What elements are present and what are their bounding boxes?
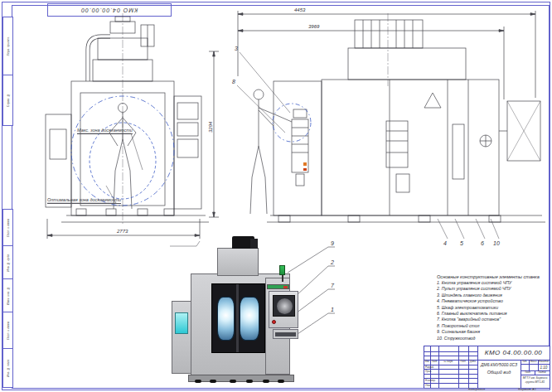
tb-designation: КМО 04.00.00.00	[477, 349, 550, 356]
emergency-stop-button	[272, 320, 276, 324]
render-cap-box	[250, 239, 258, 249]
callout-5: 5	[460, 240, 463, 246]
tb-lit-label: Лит.	[521, 361, 529, 363]
dimension-inner	[238, 27, 504, 99]
tb-line	[424, 383, 477, 384]
callout-1: 1	[331, 307, 334, 312]
tb-line	[468, 346, 469, 388]
tb-doc-title: Общий вид	[477, 370, 521, 375]
render-foot	[246, 380, 253, 383]
components-title: Основные конструктивные элементы станка	[437, 274, 550, 279]
render-brand-red	[283, 286, 288, 288]
copied-label: Копировал	[468, 387, 485, 391]
keyboard-keys	[275, 332, 296, 336]
component-item: 1. Кнопка управления системой ЧПУ	[437, 280, 550, 286]
drawing-sheet: Перв. примен. Справ. № Подп. и дата Инв.…	[0, 0, 552, 392]
render-foot	[230, 380, 236, 383]
tb-line	[424, 369, 477, 370]
component-item: 8. Поворотный стол	[437, 323, 550, 329]
render-door-window-left	[217, 297, 235, 341]
format-label: Формат A1	[518, 387, 536, 391]
max-reach-label: Макс. зона досягаемости	[77, 128, 133, 134]
operator-side	[250, 90, 292, 214]
control-panel-screen	[273, 295, 295, 317]
tb-row-approved: Утв.	[425, 384, 431, 387]
tb-line	[424, 351, 477, 352]
tb-col-podp: Подп.	[458, 361, 468, 363]
dim-height-text: 3294	[208, 121, 213, 133]
signal-tower-lamp	[279, 265, 285, 275]
dim-inner-width-text: 3969	[308, 24, 320, 29]
spindle-detail	[292, 109, 308, 186]
component-item: 5. Шкаф электроавтоматики	[437, 305, 550, 311]
tb-col-izm: Изм.	[424, 361, 430, 363]
tb-org-line1: МГТУ им. Баумана	[521, 376, 550, 380]
tb-scale-label: Масштаб	[538, 361, 550, 363]
render-side-window	[175, 312, 188, 334]
screen-dial	[277, 298, 293, 314]
dim-front-width-text: 2773	[116, 229, 128, 234]
component-item: 9. Сигнальная башня	[437, 329, 550, 335]
machine-3d-render	[170, 236, 312, 383]
render-door-window-right	[240, 297, 259, 341]
render-foot	[278, 380, 284, 383]
tb-line	[424, 356, 477, 356]
dim-overall-width-text: 4453	[294, 7, 306, 12]
callout-10: 10	[493, 240, 500, 246]
tb-line	[521, 375, 550, 375]
control-panel	[269, 291, 298, 328]
callout-8: 8	[232, 79, 235, 85]
tb-sheet-label: Лист	[521, 371, 535, 374]
component-item: 6. Главный выключатель питания	[437, 311, 550, 317]
render-brand-strip	[267, 284, 289, 289]
title-block: КМО 04.00.00.00 Изм. Лист № докум. Подп.…	[424, 346, 550, 389]
callout-2: 2	[330, 259, 334, 265]
tb-row-checked: Пров.	[425, 370, 432, 373]
tb-row-developed: Разраб.	[425, 365, 434, 369]
callout-3: 3	[235, 46, 238, 51]
render-top-column	[217, 248, 259, 276]
tb-line	[438, 346, 439, 388]
callout-9: 9	[331, 240, 334, 246]
callout-4: 4	[443, 240, 447, 246]
tb-col-docnum: № докум.	[438, 361, 458, 363]
optimal-reach-label: Оптимальная зона досягаемости	[47, 197, 121, 204]
tb-doc-code: ДМ6.КМУ5000.0СЗ	[477, 362, 521, 367]
render-door-split	[236, 284, 239, 352]
keyboard-shelf	[273, 329, 298, 339]
dimension-overall	[238, 11, 535, 98]
render-foot	[210, 380, 216, 383]
tb-col-list: Лист	[430, 361, 438, 363]
component-item: 7. Кнопка "аварийный останов"	[437, 317, 550, 322]
render-foot	[263, 380, 269, 383]
component-item: 4. Пневматическое устройство	[437, 298, 550, 304]
component-item: 10. Стружкоотвод	[437, 336, 550, 341]
callout-7: 7	[331, 283, 335, 288]
tb-mass-label: Масса	[529, 361, 538, 363]
component-item: 3. Шпиндель главного движения	[437, 293, 550, 298]
components-list: Основные конструктивные элементы станка …	[437, 274, 550, 341]
tb-line	[458, 346, 459, 388]
dimension-height	[209, 51, 219, 217]
render-foot	[195, 380, 201, 383]
component-item: 2. Пульт управления системой ЧПУ	[437, 286, 550, 292]
tb-sheets-label: Листов	[535, 371, 550, 374]
tb-org-line2: группа МТ1-81	[521, 380, 550, 384]
tb-col-data: Дата	[468, 361, 477, 363]
front-view	[46, 13, 219, 239]
callout-6: 6	[481, 240, 484, 246]
render-doors	[211, 283, 265, 353]
tb-line	[424, 374, 477, 375]
side-view	[237, 11, 545, 239]
tb-row-ncontrol: Н.контр.	[425, 379, 436, 382]
tb-scale-value: 1:10	[538, 365, 550, 370]
